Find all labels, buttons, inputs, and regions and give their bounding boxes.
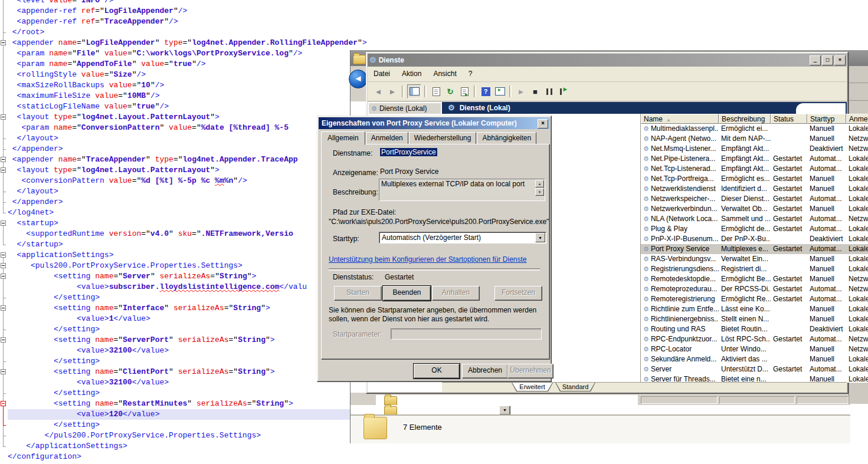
code-line[interactable]: </layout> [8,186,367,197]
code-line[interactable]: <setting name="Interface" serializeAs="S… [8,303,367,314]
code-line[interactable]: </root> [8,27,367,38]
column-header-status[interactable]: Status [771,114,807,124]
code-line[interactable]: <param name="File" value="C:\work\logs\P… [8,48,367,59]
service-row[interactable]: ⚙Net.Pipe-Listenera...Empfängt Akt...Ges… [641,154,868,164]
pause-service-icon[interactable] [543,85,556,98]
service-row[interactable]: ⚙Registrierungsdiens...Registriert di...… [641,264,868,274]
menu-item-[interactable]: ? [463,67,479,78]
maximize-icon[interactable]: □ [822,55,833,65]
code-line[interactable]: <appender name="TraceAppender" type="log… [8,154,367,165]
ok-button[interactable]: OK [414,364,460,379]
code-line[interactable]: <value>1</value> [8,314,367,324]
code-line[interactable]: </layout> [8,133,367,144]
code-line[interactable]: <applicationSettings> [8,250,367,261]
code-line[interactable]: </setting> [8,356,367,367]
stop-service-icon[interactable]: ■ [529,85,542,98]
code-line[interactable]: <staticLogFileName value="true"/> [8,101,367,112]
startup-options-link[interactable]: Unterstützung beim Konfigurieren der Sta… [329,255,527,264]
code-line[interactable]: <level value="INFO"/> [8,0,367,6]
start-service-icon[interactable]: ► [515,85,528,98]
dialog-tab-allgemein[interactable]: Allgemein [321,131,365,145]
service-row[interactable]: ⚙Net.Tcp-Portfreiga...Ermöglicht es...Ge… [641,174,868,184]
menu-item-ansicht[interactable]: Ansicht [427,67,462,78]
properties-icon[interactable] [430,85,443,98]
service-row[interactable]: ⚙RPC-LocatorUnter Windo...ManuellNetzwer… [641,344,868,354]
column-header-anmeldenals[interactable]: Anmelden als [846,114,868,124]
service-row[interactable]: ⚙Server für Threads...Bietet eine n...Ma… [641,374,868,383]
service-row[interactable]: ⚙RAS-Verbindungsv...Verwaltet Ein...Manu… [641,254,868,264]
code-line[interactable]: <setting name="ServerPort" serializeAs="… [8,335,367,345]
service-row[interactable]: ⚙RPC-Endpunktzuor...Löst RPC-Sch...Gesta… [641,334,868,344]
bernehmen-button[interactable]: Übernehmen [507,364,553,379]
code-line[interactable]: <appender-ref ref="TraceAppender"/> [8,17,367,27]
service-row[interactable]: ⚙Multimediaklassenpl...Ermöglicht ei...M… [641,124,868,134]
services-titlebar[interactable]: ⚙Dienste _ □ × [368,54,847,67]
code-line[interactable]: <maxSizeRollBackups value="10"/> [8,80,367,91]
service-row[interactable]: ⚙PnP-X-IP-Busenum...Der PnP-X-Bu...Deakt… [641,234,868,244]
code-line[interactable]: <param name="ConversionPattern" value="%… [8,123,367,133]
code-line[interactable]: <supportedRuntime version="v4.0" sku=".N… [8,229,367,239]
service-row[interactable]: ⚙Remoteprozedurau...Der RPCSS-Di...Gesta… [641,284,868,294]
code-line[interactable]: </configuration> [8,452,367,462]
back-icon[interactable]: ◄ [349,70,368,88]
service-name-value[interactable]: PortProxyService [380,148,437,156]
service-row[interactable]: ⚙Netzwerkspeicher-...Dieser Dienst...Ges… [641,194,868,204]
code-line[interactable]: </appender> [8,144,367,154]
code-line[interactable]: <layout type="log4net.Layout.PatternLayo… [8,165,367,176]
scroll-up-icon[interactable]: ▲ [535,180,544,187]
extended-view-icon[interactable] [493,85,506,98]
view-tab-standard[interactable]: Standard [555,383,595,391]
service-row[interactable]: ⚙NetzwerklistendienstIdentifiziert d...G… [641,184,868,194]
close-icon[interactable]: × [834,55,846,65]
start-params-input[interactable] [391,328,542,340]
starten-button[interactable]: Starten [334,286,382,301]
close-icon[interactable]: × [538,119,548,129]
code-line[interactable]: <setting name="RestartMinutes" serialize… [8,399,367,409]
back-icon[interactable]: ◄ [372,85,385,98]
fold-marker-icon[interactable] [1,167,6,173]
code-line[interactable]: <conversionPattern value="%d [%t] %-5p %… [8,176,367,186]
code-line[interactable]: </puls200.PortProxyService.Properties.Se… [8,430,367,441]
code-line[interactable]: </applicationSettings> [8,441,367,452]
column-header-beschreibung[interactable]: Beschreibung [719,114,771,124]
code-line[interactable]: <value>32100</value> [8,345,367,356]
column-header-name[interactable]: Name▲ [641,114,719,124]
code-area[interactable]: <level value="INFO"/> <appender-ref ref=… [8,0,367,462]
refresh-icon[interactable]: ↻ [444,85,457,98]
fortsetzen-button[interactable]: Fortsetzen [494,286,542,301]
scroll-down-icon[interactable]: ▼ [535,188,544,196]
abbrechen-button[interactable]: Abbrechen [462,364,508,379]
fold-gutter[interactable] [0,0,8,464]
anhalten-button[interactable]: Anhalten [432,286,480,301]
beenden-button[interactable]: Beenden [383,286,431,301]
tree-item-dienste-lokal[interactable]: ⚙Dienste (Lokal) [369,103,441,114]
code-line[interactable]: <setting name="Server" serializeAs="Stri… [8,271,367,282]
code-line[interactable]: <appender-ref ref="LogFileAppender"/> [8,6,367,17]
fold-marker-icon[interactable] [1,252,6,258]
code-line[interactable]: <appender name="LogFileAppender" type="l… [8,38,367,48]
service-row[interactable]: ⚙ServerUnterstützt D...GestartetAutomat.… [641,364,868,374]
code-line[interactable]: </setting> [8,420,367,430]
service-row[interactable]: ⚙NLA (Network Loca...Sammelt und ...Gest… [641,214,868,224]
code-line[interactable]: </setting> [8,388,367,399]
code-line[interactable]: </setting> [8,292,367,303]
description-field[interactable]: Multiplexes external TCP/IP data on loca… [379,179,545,201]
service-row[interactable]: ⚙Richtlinie zum Entfe...Lässt eine Ko...… [641,304,868,314]
menu-item-aktion[interactable]: Aktion [396,67,427,78]
dialog-tab-abhngigkeiten[interactable]: Abhängigkeiten [477,132,536,144]
fold-marker-icon[interactable] [1,274,6,279]
fold-marker-icon[interactable] [1,114,6,120]
code-line[interactable]: <value>32100</value> [8,377,367,388]
startup-type-select[interactable]: Automatisch (Verzögerter Start) ▼ [379,232,546,243]
service-row[interactable]: ⚙Sekundäre Anmeld...Aktiviert das ...Man… [641,354,868,364]
code-line[interactable]: <startup> [8,218,367,229]
column-header-starttyp[interactable]: Starttyp [807,114,846,124]
export-list-icon[interactable] [458,85,471,98]
code-line[interactable]: <maximumFileSize value="10MB"/> [8,91,367,101]
service-row[interactable]: ⚙Net.Msmq-Listener...Empfängt Akt...Deak… [641,144,868,154]
service-row[interactable]: ⚙Net.Tcp-Listenerad...Empfängt Akt...Ges… [641,164,868,174]
code-line[interactable]: <param name="AppendToFile" value="true"/… [8,59,367,70]
fold-marker-icon[interactable] [1,369,6,374]
help-icon[interactable]: ? [479,85,492,98]
chevron-down-icon[interactable]: ▼ [535,233,545,242]
